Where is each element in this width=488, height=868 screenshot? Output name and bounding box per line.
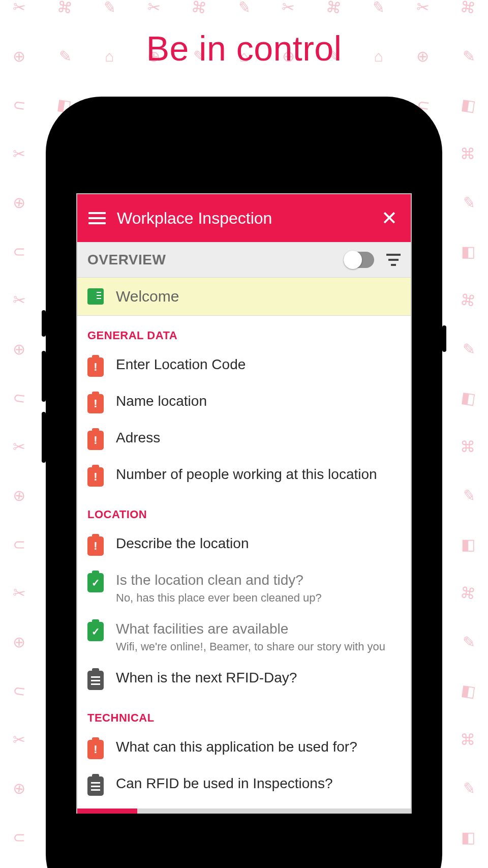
list-item[interactable]: Adress (77, 422, 411, 458)
welcome-label: Welcome (116, 288, 179, 305)
item-title: Adress (116, 430, 160, 446)
item-title: What facilities are available (116, 621, 385, 637)
question-list: GENERAL DATAEnter Location CodeName loca… (77, 316, 411, 814)
clipboard-alert-icon (87, 357, 104, 377)
item-title: Name location (116, 393, 207, 409)
clipboard-icon (87, 671, 104, 690)
item-subtitle: No, has this place ever been cleaned up? (116, 591, 322, 605)
item-title: Is the location clean and tidy? (116, 572, 322, 588)
section-header: LOCATION (77, 495, 411, 527)
progress-bar (77, 809, 411, 814)
list-item[interactable]: Enter Location Code (77, 348, 411, 385)
clipboard-check-icon (87, 573, 104, 592)
clipboard-icon (87, 776, 104, 796)
item-title: Describe the location (116, 535, 249, 552)
list-item[interactable]: Name location (77, 385, 411, 422)
app-bar: Workplace Inspection ✕ (77, 194, 411, 242)
list-item[interactable]: What facilities are availableWifi, we're… (77, 613, 411, 662)
item-title: Can RFID be used in Inspections? (116, 775, 332, 792)
phone-frame: Workplace Inspection ✕ OVERVIEW Welcome … (46, 97, 442, 868)
item-subtitle: Wifi, we're online!, Beamer, to share ou… (116, 640, 385, 653)
clipboard-check-icon (87, 622, 104, 641)
app-title: Workplace Inspection (117, 209, 379, 228)
overview-bar: OVERVIEW (77, 242, 411, 278)
filter-icon[interactable] (386, 254, 401, 266)
item-title: When is the next RFID-Day? (116, 670, 297, 686)
clipboard-alert-icon (87, 740, 104, 759)
section-header: TECHNICAL (77, 698, 411, 731)
list-item[interactable]: When is the next RFID-Day? (77, 662, 411, 698)
hero-title: Be in control (0, 28, 488, 68)
phone-screen: Workplace Inspection ✕ OVERVIEW Welcome … (76, 193, 412, 814)
list-item[interactable]: Is the location clean and tidy?No, has t… (77, 564, 411, 613)
clipboard-alert-icon (87, 431, 104, 450)
list-item[interactable]: Number of people working at this locatio… (77, 458, 411, 495)
section-header: GENERAL DATA (77, 316, 411, 348)
list-item[interactable]: What can this application be used for? (77, 731, 411, 767)
item-title: What can this application be used for? (116, 739, 357, 755)
list-item[interactable]: Describe the location (77, 527, 411, 564)
overview-toggle[interactable] (344, 252, 374, 268)
item-title: Enter Location Code (116, 356, 246, 373)
menu-icon[interactable] (88, 212, 106, 224)
document-icon (87, 288, 104, 305)
clipboard-alert-icon (87, 467, 104, 487)
clipboard-alert-icon (87, 394, 104, 413)
close-icon[interactable]: ✕ (379, 205, 400, 231)
overview-label: OVERVIEW (87, 252, 344, 268)
list-item[interactable]: Can RFID be used in Inspections? (77, 767, 411, 804)
item-title: Number of people working at this locatio… (116, 466, 377, 483)
welcome-row[interactable]: Welcome (77, 278, 411, 316)
clipboard-alert-icon (87, 536, 104, 556)
